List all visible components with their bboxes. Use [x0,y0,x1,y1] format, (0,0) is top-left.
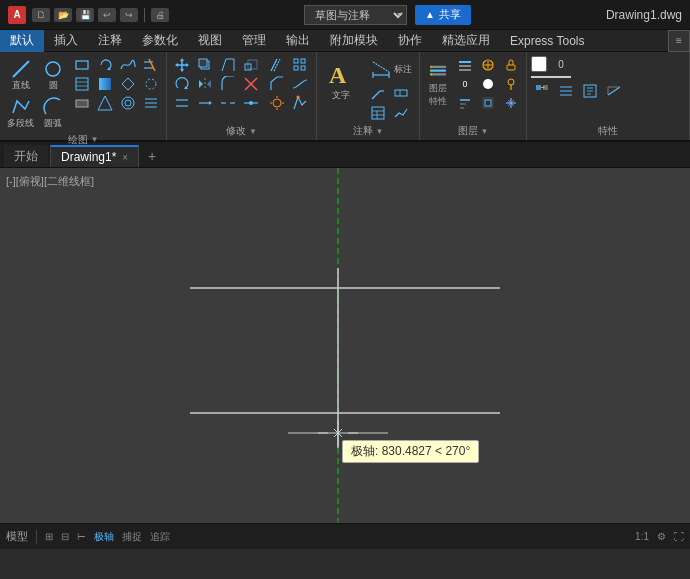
gradient-tool[interactable] [94,75,116,93]
canvas-area[interactable]: [-][俯视][二维线框] 极轴: 830.4827 < 270° [0,168,690,523]
layer-properties-tool[interactable]: 图层特性 [424,58,452,110]
svg-point-12 [146,79,156,89]
layer-color-tool[interactable]: 0 [454,75,476,93]
layer-lock-tool[interactable] [500,56,522,74]
circle-tool[interactable]: 圆 [39,56,67,93]
stretch-tool[interactable] [217,56,239,74]
ortho-toggle[interactable]: ⊢ [77,531,86,542]
hatch-tool[interactable] [71,75,93,93]
new-icon[interactable]: 🗋 [32,8,50,22]
leader-tool[interactable] [367,84,389,102]
workspace-toggle[interactable]: ⚙ [657,531,666,542]
drawing-tab-close[interactable]: × [122,152,128,163]
separator [144,8,145,22]
menu-item-collab[interactable]: 协作 [388,30,432,52]
color-box[interactable] [531,56,547,72]
markup-tool[interactable] [390,104,412,122]
tolerance-tool[interactable] [390,84,412,102]
plot-icon[interactable]: 🖨 [151,8,169,22]
line-tool[interactable]: 直线 [4,56,37,93]
array-tool[interactable] [289,56,311,74]
start-tab[interactable]: 开始 [4,145,48,167]
mirror-tool[interactable] [194,75,216,93]
redo-icon[interactable]: ↪ [120,8,138,22]
copy-tool[interactable] [194,56,216,74]
move-tool[interactable] [171,56,193,74]
scale-tool[interactable] [240,56,262,74]
annotation-scale[interactable]: 1:1 [635,531,649,542]
match-properties-tool[interactable] [531,82,553,100]
menu-item-output[interactable]: 输出 [276,30,320,52]
chamfer-tool[interactable] [266,75,288,93]
layer-freeze2-tool[interactable] [500,94,522,112]
layer-freeze-tool[interactable] [477,56,499,74]
region-tool[interactable] [140,75,162,93]
explode-tool[interactable] [266,94,288,112]
annotation-expand-arrow: ▼ [376,127,384,136]
rect-tool[interactable] [71,56,93,74]
break-tool[interactable] [217,94,239,112]
properties-tool[interactable] [579,82,601,100]
text-tool[interactable]: A 文字 [321,56,361,103]
dimension-tool[interactable]: 标注 [367,56,415,82]
fullscreen-toggle[interactable]: ⛶ [674,531,684,542]
table-tool[interactable] [367,104,389,122]
trim-tool2[interactable] [171,94,193,112]
app-icon[interactable]: A [8,6,26,24]
layer-state-row2: 0 [454,75,522,93]
menu-item-addons[interactable]: 附加模块 [320,30,388,52]
layer-state-tool[interactable] [454,56,476,74]
offset-tool[interactable] [266,56,288,74]
osnap-toggle[interactable]: 捕捉 [122,530,142,544]
rotate-tool2[interactable] [171,75,193,93]
drawing-tab[interactable]: Drawing1* × [50,145,139,167]
blend-tool[interactable] [289,75,311,93]
join-tool[interactable] [240,94,262,112]
save-icon[interactable]: 💾 [76,8,94,22]
extend-tool[interactable] [194,94,216,112]
erase-tool[interactable] [240,75,262,93]
menu-item-insert[interactable]: 插入 [44,30,88,52]
menu-item-view[interactable]: 视图 [188,30,232,52]
multiline-tool[interactable] [140,94,162,112]
menu-item-express-tools[interactable]: Express Tools [500,30,594,52]
menu-item-featured[interactable]: 精选应用 [432,30,500,52]
layer-isolate-tool[interactable] [477,94,499,112]
polyline-tool[interactable]: 多段线 [4,94,37,131]
fillet-tool[interactable] [217,75,239,93]
arc-tool[interactable]: 圆弧 [39,94,67,131]
annotation-group-label[interactable]: 注释 ▼ [321,122,415,140]
spline-tool[interactable] [117,56,139,74]
menu-item-parametric[interactable]: 参数化 [132,30,188,52]
svg-point-16 [125,100,131,106]
snap-toggle[interactable]: ⊟ [61,531,69,542]
ribbon-group-draw: 直线 多段线 圆 [0,52,167,140]
menu-item-default[interactable]: 默认 [0,30,44,52]
revision-tool[interactable] [94,94,116,112]
menu-item-manage[interactable]: 管理 [232,30,276,52]
menu-options-icon[interactable]: ≡ [668,30,690,52]
otrack-toggle[interactable]: 追踪 [150,530,170,544]
undo-icon[interactable]: ↩ [98,8,116,22]
workspace-selector[interactable]: 草图与注释 [304,5,407,25]
layer-group-label[interactable]: 图层 ▼ [424,122,522,140]
list-tool[interactable] [555,82,577,100]
boundary-tool[interactable] [117,75,139,93]
share-button[interactable]: ▲ 共享 [415,5,471,25]
trim-tool[interactable] [140,56,162,74]
layer-color2-tool[interactable] [477,75,499,93]
grid-toggle[interactable]: ⊞ [45,531,53,542]
layer-on-tool[interactable] [500,75,522,93]
pedit-tool[interactable] [289,94,311,112]
menu-item-annotation[interactable]: 注释 [88,30,132,52]
model-label[interactable]: 模型 [6,529,28,544]
layer-match-tool[interactable] [454,94,476,112]
wipeout-tool[interactable] [71,94,93,112]
open-icon[interactable]: 📂 [54,8,72,22]
donut-tool[interactable] [117,94,139,112]
measure-tool[interactable] [603,82,625,100]
modify-group-label[interactable]: 修改 ▼ [171,122,312,140]
rotate-tool[interactable] [94,56,116,74]
add-tab-button[interactable]: + [141,145,163,167]
polar-toggle[interactable]: 极轴 [94,530,114,544]
